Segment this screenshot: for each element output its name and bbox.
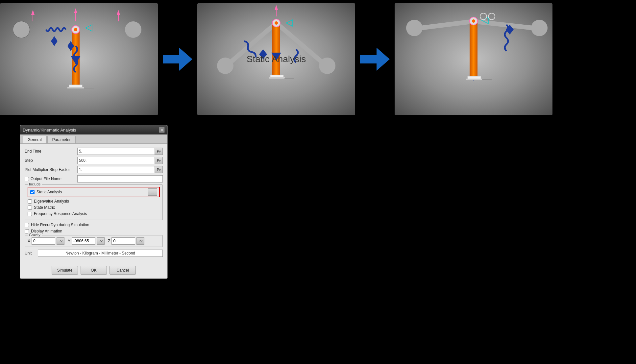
arrow-2 xyxy=(355,3,395,115)
svg-rect-33 xyxy=(270,75,283,78)
static-analysis-ellipsis-button[interactable]: ... xyxy=(148,188,157,196)
svg-rect-34 xyxy=(269,77,285,79)
tab-general[interactable]: General xyxy=(23,136,47,143)
frequency-response-row: Frequency Response Analysis xyxy=(28,211,160,216)
eigenvalue-row: Eigenvalue Analysis xyxy=(28,199,160,204)
dialog-window: Dynamic/Kinematic Analysis ✕ General Par… xyxy=(20,125,168,279)
hide-recurdyn-row: Hide RecurDyn during Simulation xyxy=(25,223,163,227)
cancel-button[interactable]: Cancel xyxy=(110,266,136,275)
state-matrix-checkbox[interactable] xyxy=(28,206,32,210)
svg-rect-47 xyxy=(468,76,481,79)
eigenvalue-checkbox[interactable] xyxy=(28,199,32,204)
svg-rect-48 xyxy=(466,79,482,80)
sim-panel-1 xyxy=(0,3,158,115)
unit-label: Unit xyxy=(25,251,38,255)
svg-point-41 xyxy=(406,20,423,36)
simulation-area: Static Analysis xyxy=(0,0,636,118)
svg-point-25 xyxy=(217,58,233,74)
gravity-section: Gravity X Pv Y Pv Z Pv xyxy=(25,235,163,247)
svg-point-26 xyxy=(319,58,335,74)
bottom-area: Dynamic/Kinematic Analysis ✕ General Par… xyxy=(0,118,636,364)
close-icon: ✕ xyxy=(160,128,163,132)
plot-multiplier-input[interactable] xyxy=(77,166,155,173)
hide-recurdyn-checkbox[interactable] xyxy=(25,223,29,227)
gravity-x-label: X xyxy=(28,239,30,243)
plot-multiplier-label: Plot Multiplier Step Factor xyxy=(25,167,77,172)
end-time-label: End Time xyxy=(25,149,77,154)
svg-point-37 xyxy=(275,21,278,25)
eigenvalue-label: Eigenvalue Analysis xyxy=(34,199,69,204)
sim-panel-3 xyxy=(395,3,552,115)
static-analysis-row: Static Analysis ... xyxy=(28,187,160,197)
gravity-y-label: Y xyxy=(68,239,70,243)
dialog-tabs: General Parameter xyxy=(20,134,167,144)
gravity-y-input[interactable] xyxy=(72,237,95,245)
unit-row: Unit xyxy=(25,250,163,257)
gravity-row: X Pv Y Pv Z Pv xyxy=(28,237,160,245)
gravity-z-pv-button[interactable]: Pv xyxy=(136,237,144,245)
output-file-checkbox[interactable] xyxy=(25,177,29,181)
svg-point-21 xyxy=(74,28,77,31)
gravity-x-pv-button[interactable]: Pv xyxy=(57,237,64,245)
step-input[interactable] xyxy=(77,157,155,164)
end-time-input[interactable] xyxy=(77,148,155,155)
plot-multiplier-row: Plot Multiplier Step Factor Pv xyxy=(25,166,163,173)
frequency-response-label: Frequency Response Analysis xyxy=(34,211,87,216)
output-file-row: Output File Name xyxy=(25,175,163,182)
ok-button[interactable]: OK xyxy=(81,266,107,275)
dialog-body: End Time Pv Step Pv Plot Multiplier Step… xyxy=(20,144,167,264)
gravity-z-label: Z xyxy=(108,239,110,243)
include-section: Include Static Analysis ... Eigenvalue A… xyxy=(25,184,163,220)
arrow-icon-1 xyxy=(163,48,192,71)
close-button[interactable]: ✕ xyxy=(159,127,165,133)
svg-point-4 xyxy=(13,21,30,38)
frequency-response-checkbox[interactable] xyxy=(28,212,32,216)
simulate-button[interactable]: Simulate xyxy=(52,266,78,275)
svg-rect-27 xyxy=(272,21,280,76)
step-label: Step xyxy=(25,158,77,163)
static-analysis-text: Static Analysis xyxy=(37,190,62,194)
gravity-y-pv-button[interactable]: Pv xyxy=(97,237,105,245)
sim-panel-2: Static Analysis xyxy=(197,3,355,115)
include-label: Include xyxy=(28,182,42,186)
gravity-label: Gravity xyxy=(28,233,42,237)
end-time-row: End Time Pv xyxy=(25,148,163,155)
unit-input[interactable] xyxy=(38,250,163,257)
output-file-label: Output File Name xyxy=(31,177,61,181)
svg-point-51 xyxy=(472,19,475,23)
plot-multiplier-pv-button[interactable]: Pv xyxy=(155,166,163,173)
state-matrix-row: State Matrix xyxy=(28,205,160,210)
gravity-x-input[interactable] xyxy=(32,237,55,245)
svg-rect-45 xyxy=(470,20,477,77)
display-animation-row: Display Animation xyxy=(25,229,163,233)
tab-parameter[interactable]: Parameter xyxy=(47,136,76,143)
output-file-input[interactable] xyxy=(77,175,163,182)
end-time-pv-button[interactable]: Pv xyxy=(155,148,163,155)
state-matrix-label: State Matrix xyxy=(34,205,55,210)
svg-rect-18 xyxy=(67,87,84,88)
static-analysis-checkbox[interactable] xyxy=(30,190,35,194)
arrow-icon-2 xyxy=(360,48,390,71)
gravity-z-input[interactable] xyxy=(111,237,135,245)
step-pv-button[interactable]: Pv xyxy=(155,157,163,164)
svg-point-42 xyxy=(531,20,548,36)
svg-rect-17 xyxy=(69,85,82,87)
svg-point-5 xyxy=(125,21,141,38)
hide-recurdyn-label: Hide RecurDyn during Simulation xyxy=(31,223,89,227)
arrow-1 xyxy=(158,3,197,115)
step-row: Step Pv xyxy=(25,157,163,164)
static-analysis-left: Static Analysis xyxy=(30,190,62,194)
dialog-title: Dynamic/Kinematic Analysis xyxy=(23,128,76,133)
dialog-footer: Simulate OK Cancel xyxy=(20,264,167,279)
dialog-titlebar: Dynamic/Kinematic Analysis ✕ xyxy=(20,125,167,134)
